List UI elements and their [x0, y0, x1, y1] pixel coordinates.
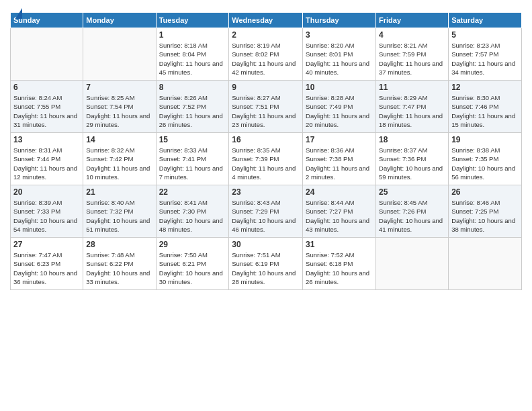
day-cell	[83, 28, 156, 81]
day-cell: 15Sunrise: 8:33 AM Sunset: 7:41 PM Dayli…	[156, 133, 229, 185]
day-number: 20	[13, 187, 80, 197]
day-info: Sunrise: 8:35 AM Sunset: 7:39 PM Dayligh…	[232, 146, 300, 181]
day-info: Sunrise: 8:38 AM Sunset: 7:35 PM Dayligh…	[451, 146, 519, 181]
day-cell: 16Sunrise: 8:35 AM Sunset: 7:39 PM Dayli…	[229, 133, 303, 185]
day-info: Sunrise: 8:39 AM Sunset: 7:33 PM Dayligh…	[13, 198, 80, 234]
day-info: Sunrise: 8:32 AM Sunset: 7:42 PM Dayligh…	[86, 146, 152, 181]
weekday-header-friday: Friday	[376, 13, 449, 28]
calendar-table: SundayMondayTuesdayWednesdayThursdayFrid…	[10, 12, 522, 290]
day-number: 27	[13, 240, 80, 249]
page: SundayMondayTuesdayWednesdayThursdayFrid…	[0, 0, 532, 411]
day-cell: 11Sunrise: 8:29 AM Sunset: 7:47 PM Dayli…	[376, 81, 449, 133]
day-info: Sunrise: 8:36 AM Sunset: 7:38 PM Dayligh…	[306, 146, 373, 181]
day-cell: 13Sunrise: 8:31 AM Sunset: 7:44 PM Dayli…	[11, 133, 83, 185]
day-number: 22	[159, 187, 226, 197]
day-cell: 28Sunrise: 7:48 AM Sunset: 6:22 PM Dayli…	[83, 238, 156, 290]
weekday-header-row: SundayMondayTuesdayWednesdayThursdayFrid…	[11, 13, 522, 28]
day-cell: 9Sunrise: 8:27 AM Sunset: 7:51 PM Daylig…	[229, 81, 303, 133]
day-info: Sunrise: 8:40 AM Sunset: 7:32 PM Dayligh…	[86, 198, 152, 234]
week-row-3: 13Sunrise: 8:31 AM Sunset: 7:44 PM Dayli…	[11, 133, 522, 185]
day-cell: 23Sunrise: 8:43 AM Sunset: 7:29 PM Dayli…	[229, 185, 303, 238]
day-cell: 19Sunrise: 8:38 AM Sunset: 7:35 PM Dayli…	[449, 133, 522, 185]
day-number: 10	[306, 83, 373, 92]
day-number: 17	[306, 135, 373, 144]
day-info: Sunrise: 8:46 AM Sunset: 7:25 PM Dayligh…	[451, 198, 519, 234]
day-number: 23	[232, 187, 300, 197]
day-number: 5	[451, 30, 519, 40]
day-info: Sunrise: 8:33 AM Sunset: 7:41 PM Dayligh…	[159, 146, 226, 181]
day-cell: 5Sunrise: 8:23 AM Sunset: 7:57 PM Daylig…	[449, 28, 522, 81]
day-number: 24	[306, 187, 373, 197]
day-cell: 25Sunrise: 8:45 AM Sunset: 7:26 PM Dayli…	[376, 185, 449, 238]
day-cell: 12Sunrise: 8:30 AM Sunset: 7:46 PM Dayli…	[449, 81, 522, 133]
day-cell	[376, 238, 449, 290]
day-info: Sunrise: 8:18 AM Sunset: 8:04 PM Dayligh…	[159, 41, 226, 77]
day-info: Sunrise: 8:25 AM Sunset: 7:54 PM Dayligh…	[86, 93, 152, 129]
day-cell: 2Sunrise: 8:19 AM Sunset: 8:02 PM Daylig…	[229, 28, 303, 81]
day-number: 16	[232, 135, 300, 144]
day-number: 18	[379, 135, 445, 144]
day-cell: 8Sunrise: 8:26 AM Sunset: 7:52 PM Daylig…	[156, 81, 229, 133]
day-cell: 26Sunrise: 8:46 AM Sunset: 7:25 PM Dayli…	[449, 185, 522, 238]
day-cell: 1Sunrise: 8:18 AM Sunset: 8:04 PM Daylig…	[156, 28, 229, 81]
day-number: 9	[232, 83, 300, 92]
day-info: Sunrise: 8:45 AM Sunset: 7:26 PM Dayligh…	[379, 198, 445, 234]
day-cell: 14Sunrise: 8:32 AM Sunset: 7:42 PM Dayli…	[83, 133, 156, 185]
day-number: 11	[379, 83, 445, 92]
day-number: 29	[159, 240, 226, 249]
day-number: 13	[13, 135, 80, 144]
day-info: Sunrise: 8:41 AM Sunset: 7:30 PM Dayligh…	[159, 198, 226, 234]
day-info: Sunrise: 8:30 AM Sunset: 7:46 PM Dayligh…	[451, 93, 519, 129]
day-info: Sunrise: 8:23 AM Sunset: 7:57 PM Dayligh…	[451, 41, 519, 77]
day-number: 25	[379, 187, 445, 197]
day-info: Sunrise: 8:29 AM Sunset: 7:47 PM Dayligh…	[379, 93, 445, 129]
day-cell: 30Sunrise: 7:51 AM Sunset: 6:19 PM Dayli…	[229, 238, 303, 290]
day-number: 4	[379, 30, 445, 40]
logo-triangle-icon	[15, 8, 22, 19]
week-row-2: 6Sunrise: 8:24 AM Sunset: 7:55 PM Daylig…	[11, 81, 522, 133]
day-number: 19	[451, 135, 519, 144]
day-number: 15	[159, 135, 226, 144]
day-cell: 7Sunrise: 8:25 AM Sunset: 7:54 PM Daylig…	[83, 81, 156, 133]
week-row-5: 27Sunrise: 7:47 AM Sunset: 6:23 PM Dayli…	[11, 238, 522, 290]
day-info: Sunrise: 8:43 AM Sunset: 7:29 PM Dayligh…	[232, 198, 300, 234]
day-cell: 24Sunrise: 8:44 AM Sunset: 7:27 PM Dayli…	[303, 185, 376, 238]
day-info: Sunrise: 8:28 AM Sunset: 7:49 PM Dayligh…	[306, 93, 373, 129]
day-info: Sunrise: 8:37 AM Sunset: 7:36 PM Dayligh…	[379, 146, 445, 181]
day-number: 30	[232, 240, 300, 249]
day-number: 28	[86, 240, 152, 249]
day-cell: 20Sunrise: 8:39 AM Sunset: 7:33 PM Dayli…	[11, 185, 83, 238]
day-cell: 27Sunrise: 7:47 AM Sunset: 6:23 PM Dayli…	[11, 238, 83, 290]
day-cell: 10Sunrise: 8:28 AM Sunset: 7:49 PM Dayli…	[303, 81, 376, 133]
day-cell	[449, 238, 522, 290]
day-cell: 21Sunrise: 8:40 AM Sunset: 7:32 PM Dayli…	[83, 185, 156, 238]
day-cell: 4Sunrise: 8:21 AM Sunset: 7:59 PM Daylig…	[376, 28, 449, 81]
day-number: 2	[232, 30, 300, 40]
day-cell: 3Sunrise: 8:20 AM Sunset: 8:01 PM Daylig…	[303, 28, 376, 81]
weekday-header-wednesday: Wednesday	[229, 13, 303, 28]
day-cell: 31Sunrise: 7:52 AM Sunset: 6:18 PM Dayli…	[303, 238, 376, 290]
day-cell: 29Sunrise: 7:50 AM Sunset: 6:21 PM Dayli…	[156, 238, 229, 290]
day-number: 21	[86, 187, 152, 197]
day-info: Sunrise: 8:19 AM Sunset: 8:02 PM Dayligh…	[232, 41, 300, 77]
day-info: Sunrise: 7:48 AM Sunset: 6:22 PM Dayligh…	[86, 250, 152, 286]
day-info: Sunrise: 8:44 AM Sunset: 7:27 PM Dayligh…	[306, 198, 373, 234]
day-cell: 22Sunrise: 8:41 AM Sunset: 7:30 PM Dayli…	[156, 185, 229, 238]
day-info: Sunrise: 7:47 AM Sunset: 6:23 PM Dayligh…	[13, 250, 80, 286]
day-number: 14	[86, 135, 152, 144]
week-row-1: 1Sunrise: 8:18 AM Sunset: 8:04 PM Daylig…	[11, 28, 522, 81]
day-info: Sunrise: 8:26 AM Sunset: 7:52 PM Dayligh…	[159, 93, 226, 129]
day-number: 7	[86, 83, 152, 92]
day-number: 6	[13, 83, 80, 92]
day-info: Sunrise: 8:20 AM Sunset: 8:01 PM Dayligh…	[306, 41, 373, 77]
day-info: Sunrise: 8:27 AM Sunset: 7:51 PM Dayligh…	[232, 93, 300, 129]
weekday-header-tuesday: Tuesday	[156, 13, 229, 28]
day-cell: 6Sunrise: 8:24 AM Sunset: 7:55 PM Daylig…	[11, 81, 83, 133]
day-info: Sunrise: 8:31 AM Sunset: 7:44 PM Dayligh…	[13, 146, 80, 181]
day-number: 8	[159, 83, 226, 92]
day-number: 31	[306, 240, 373, 249]
day-info: Sunrise: 8:21 AM Sunset: 7:59 PM Dayligh…	[379, 41, 445, 77]
day-number: 1	[159, 30, 226, 40]
day-info: Sunrise: 7:52 AM Sunset: 6:18 PM Dayligh…	[306, 250, 373, 286]
day-number: 26	[451, 187, 519, 197]
